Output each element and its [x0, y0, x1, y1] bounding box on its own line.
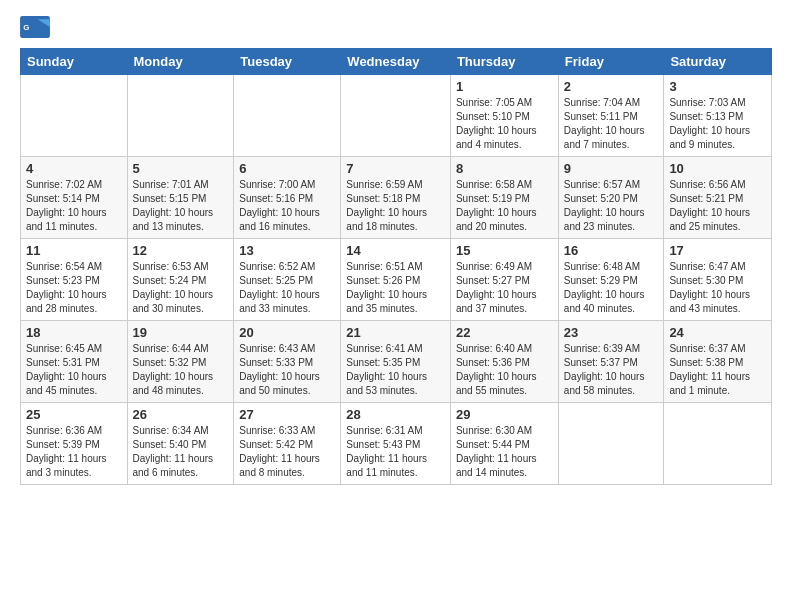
day-info: Sunrise: 6:48 AM Sunset: 5:29 PM Dayligh…	[564, 260, 659, 316]
day-number: 11	[26, 243, 122, 258]
day-number: 8	[456, 161, 553, 176]
day-number: 20	[239, 325, 335, 340]
calendar-cell: 28Sunrise: 6:31 AM Sunset: 5:43 PM Dayli…	[341, 403, 451, 485]
calendar-cell: 12Sunrise: 6:53 AM Sunset: 5:24 PM Dayli…	[127, 239, 234, 321]
day-number: 10	[669, 161, 766, 176]
day-info: Sunrise: 6:49 AM Sunset: 5:27 PM Dayligh…	[456, 260, 553, 316]
calendar-cell	[341, 75, 451, 157]
calendar-row-2: 11Sunrise: 6:54 AM Sunset: 5:23 PM Dayli…	[21, 239, 772, 321]
calendar-cell: 18Sunrise: 6:45 AM Sunset: 5:31 PM Dayli…	[21, 321, 128, 403]
calendar-cell: 21Sunrise: 6:41 AM Sunset: 5:35 PM Dayli…	[341, 321, 451, 403]
day-number: 1	[456, 79, 553, 94]
calendar-cell: 16Sunrise: 6:48 AM Sunset: 5:29 PM Dayli…	[558, 239, 664, 321]
day-number: 19	[133, 325, 229, 340]
calendar-cell: 11Sunrise: 6:54 AM Sunset: 5:23 PM Dayli…	[21, 239, 128, 321]
day-info: Sunrise: 6:51 AM Sunset: 5:26 PM Dayligh…	[346, 260, 445, 316]
day-info: Sunrise: 6:31 AM Sunset: 5:43 PM Dayligh…	[346, 424, 445, 480]
day-number: 25	[26, 407, 122, 422]
logo: G	[20, 16, 54, 38]
day-number: 21	[346, 325, 445, 340]
calendar-row-4: 25Sunrise: 6:36 AM Sunset: 5:39 PM Dayli…	[21, 403, 772, 485]
day-info: Sunrise: 6:44 AM Sunset: 5:32 PM Dayligh…	[133, 342, 229, 398]
calendar-cell: 27Sunrise: 6:33 AM Sunset: 5:42 PM Dayli…	[234, 403, 341, 485]
calendar-cell: 29Sunrise: 6:30 AM Sunset: 5:44 PM Dayli…	[450, 403, 558, 485]
calendar-cell: 24Sunrise: 6:37 AM Sunset: 5:38 PM Dayli…	[664, 321, 772, 403]
day-info: Sunrise: 6:39 AM Sunset: 5:37 PM Dayligh…	[564, 342, 659, 398]
day-number: 15	[456, 243, 553, 258]
day-info: Sunrise: 6:45 AM Sunset: 5:31 PM Dayligh…	[26, 342, 122, 398]
column-header-sunday: Sunday	[21, 49, 128, 75]
day-info: Sunrise: 7:05 AM Sunset: 5:10 PM Dayligh…	[456, 96, 553, 152]
calendar-cell: 1Sunrise: 7:05 AM Sunset: 5:10 PM Daylig…	[450, 75, 558, 157]
calendar-row-0: 1Sunrise: 7:05 AM Sunset: 5:10 PM Daylig…	[21, 75, 772, 157]
day-number: 13	[239, 243, 335, 258]
day-info: Sunrise: 7:01 AM Sunset: 5:15 PM Dayligh…	[133, 178, 229, 234]
day-number: 7	[346, 161, 445, 176]
day-number: 23	[564, 325, 659, 340]
column-header-monday: Monday	[127, 49, 234, 75]
day-number: 17	[669, 243, 766, 258]
calendar-header-row: SundayMondayTuesdayWednesdayThursdayFrid…	[21, 49, 772, 75]
calendar-cell: 26Sunrise: 6:34 AM Sunset: 5:40 PM Dayli…	[127, 403, 234, 485]
calendar-cell: 14Sunrise: 6:51 AM Sunset: 5:26 PM Dayli…	[341, 239, 451, 321]
day-info: Sunrise: 6:37 AM Sunset: 5:38 PM Dayligh…	[669, 342, 766, 398]
day-info: Sunrise: 6:30 AM Sunset: 5:44 PM Dayligh…	[456, 424, 553, 480]
day-info: Sunrise: 6:40 AM Sunset: 5:36 PM Dayligh…	[456, 342, 553, 398]
day-info: Sunrise: 6:58 AM Sunset: 5:19 PM Dayligh…	[456, 178, 553, 234]
day-number: 22	[456, 325, 553, 340]
day-info: Sunrise: 6:53 AM Sunset: 5:24 PM Dayligh…	[133, 260, 229, 316]
calendar-cell: 13Sunrise: 6:52 AM Sunset: 5:25 PM Dayli…	[234, 239, 341, 321]
column-header-friday: Friday	[558, 49, 664, 75]
calendar-cell: 4Sunrise: 7:02 AM Sunset: 5:14 PM Daylig…	[21, 157, 128, 239]
calendar-cell: 15Sunrise: 6:49 AM Sunset: 5:27 PM Dayli…	[450, 239, 558, 321]
day-info: Sunrise: 6:59 AM Sunset: 5:18 PM Dayligh…	[346, 178, 445, 234]
column-header-saturday: Saturday	[664, 49, 772, 75]
day-number: 16	[564, 243, 659, 258]
day-number: 3	[669, 79, 766, 94]
day-info: Sunrise: 6:43 AM Sunset: 5:33 PM Dayligh…	[239, 342, 335, 398]
day-info: Sunrise: 7:03 AM Sunset: 5:13 PM Dayligh…	[669, 96, 766, 152]
day-number: 14	[346, 243, 445, 258]
calendar-cell: 22Sunrise: 6:40 AM Sunset: 5:36 PM Dayli…	[450, 321, 558, 403]
calendar-cell: 10Sunrise: 6:56 AM Sunset: 5:21 PM Dayli…	[664, 157, 772, 239]
calendar-row-3: 18Sunrise: 6:45 AM Sunset: 5:31 PM Dayli…	[21, 321, 772, 403]
calendar-cell: 5Sunrise: 7:01 AM Sunset: 5:15 PM Daylig…	[127, 157, 234, 239]
calendar-cell: 25Sunrise: 6:36 AM Sunset: 5:39 PM Dayli…	[21, 403, 128, 485]
calendar-cell: 6Sunrise: 7:00 AM Sunset: 5:16 PM Daylig…	[234, 157, 341, 239]
calendar-cell	[234, 75, 341, 157]
calendar-cell: 19Sunrise: 6:44 AM Sunset: 5:32 PM Dayli…	[127, 321, 234, 403]
day-number: 4	[26, 161, 122, 176]
calendar-table: SundayMondayTuesdayWednesdayThursdayFrid…	[20, 48, 772, 485]
day-info: Sunrise: 6:34 AM Sunset: 5:40 PM Dayligh…	[133, 424, 229, 480]
column-header-wednesday: Wednesday	[341, 49, 451, 75]
day-number: 5	[133, 161, 229, 176]
calendar-cell	[21, 75, 128, 157]
day-number: 29	[456, 407, 553, 422]
calendar-cell: 7Sunrise: 6:59 AM Sunset: 5:18 PM Daylig…	[341, 157, 451, 239]
day-info: Sunrise: 6:33 AM Sunset: 5:42 PM Dayligh…	[239, 424, 335, 480]
calendar-cell	[558, 403, 664, 485]
day-number: 28	[346, 407, 445, 422]
day-info: Sunrise: 7:04 AM Sunset: 5:11 PM Dayligh…	[564, 96, 659, 152]
calendar-cell: 23Sunrise: 6:39 AM Sunset: 5:37 PM Dayli…	[558, 321, 664, 403]
day-info: Sunrise: 6:36 AM Sunset: 5:39 PM Dayligh…	[26, 424, 122, 480]
day-info: Sunrise: 6:54 AM Sunset: 5:23 PM Dayligh…	[26, 260, 122, 316]
calendar-cell: 8Sunrise: 6:58 AM Sunset: 5:19 PM Daylig…	[450, 157, 558, 239]
day-info: Sunrise: 6:56 AM Sunset: 5:21 PM Dayligh…	[669, 178, 766, 234]
day-number: 24	[669, 325, 766, 340]
day-info: Sunrise: 6:47 AM Sunset: 5:30 PM Dayligh…	[669, 260, 766, 316]
calendar-cell	[664, 403, 772, 485]
column-header-tuesday: Tuesday	[234, 49, 341, 75]
day-info: Sunrise: 6:52 AM Sunset: 5:25 PM Dayligh…	[239, 260, 335, 316]
calendar-cell: 3Sunrise: 7:03 AM Sunset: 5:13 PM Daylig…	[664, 75, 772, 157]
day-info: Sunrise: 6:41 AM Sunset: 5:35 PM Dayligh…	[346, 342, 445, 398]
day-info: Sunrise: 7:00 AM Sunset: 5:16 PM Dayligh…	[239, 178, 335, 234]
day-number: 18	[26, 325, 122, 340]
day-number: 27	[239, 407, 335, 422]
day-number: 2	[564, 79, 659, 94]
calendar-cell: 2Sunrise: 7:04 AM Sunset: 5:11 PM Daylig…	[558, 75, 664, 157]
calendar-cell: 17Sunrise: 6:47 AM Sunset: 5:30 PM Dayli…	[664, 239, 772, 321]
day-number: 26	[133, 407, 229, 422]
day-number: 9	[564, 161, 659, 176]
day-info: Sunrise: 7:02 AM Sunset: 5:14 PM Dayligh…	[26, 178, 122, 234]
